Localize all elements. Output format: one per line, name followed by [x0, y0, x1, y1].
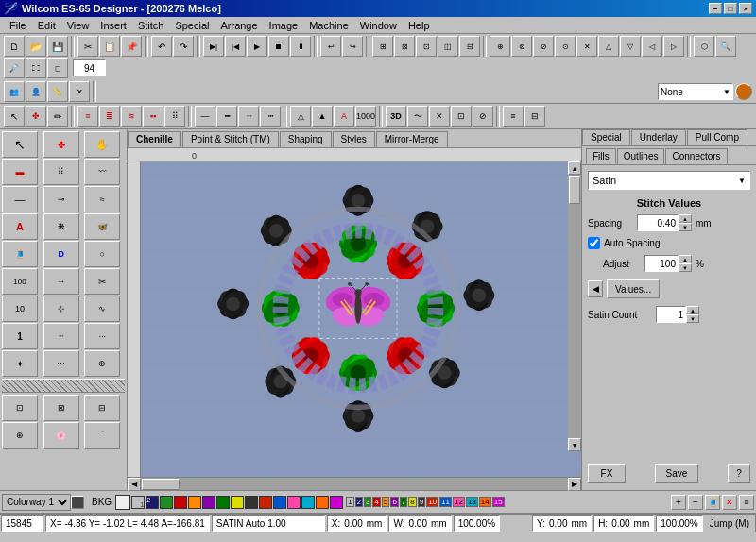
tb2-btn-d[interactable]: ✕ [69, 81, 90, 102]
menu-view[interactable]: View [61, 18, 95, 33]
tb3-satin-b[interactable]: ≣ [99, 106, 120, 127]
color-10[interactable] [259, 496, 272, 509]
right-subtab-fills[interactable]: Fills [586, 148, 616, 164]
color-stitch-btn[interactable]: 🧵 [705, 495, 720, 510]
tb3-run-a[interactable]: — [195, 106, 215, 127]
tb-btn-l[interactable]: ⊗ [511, 36, 532, 57]
tab-chenille[interactable]: Chenille [128, 131, 181, 147]
tool-column[interactable]: 〰 [84, 159, 120, 185]
tb-btn-h[interactable]: ⊡ [416, 36, 437, 57]
tb3-run-c[interactable]: ┄ [238, 106, 259, 127]
color-13[interactable] [301, 496, 315, 509]
menu-stitch[interactable]: Stitch [132, 18, 170, 33]
spacing-up-btn[interactable]: ▲ [679, 214, 692, 223]
tool-letter[interactable]: A [2, 213, 38, 240]
menu-insert[interactable]: Insert [94, 18, 132, 33]
color-3[interactable] [160, 496, 173, 509]
tb-btn-g[interactable]: ↪ [342, 36, 363, 57]
tb-btn-m[interactable]: ⊘ [533, 36, 554, 57]
tb-btn-o[interactable]: ✕ [576, 36, 597, 57]
color-swatch-btn[interactable] [735, 83, 752, 100]
tb3-wave[interactable]: 〜 [407, 106, 428, 127]
tb-copy[interactable]: 📋 [99, 36, 120, 57]
satin-count-down-btn[interactable]: ▼ [686, 314, 699, 323]
adjust-up-btn[interactable]: ▲ [679, 255, 692, 263]
tb-btn-k[interactable]: ⊕ [490, 36, 510, 57]
color-list-btn[interactable]: ≡ [739, 495, 754, 510]
tb-save[interactable]: 💾 [47, 36, 68, 57]
tool-dash[interactable]: ┄ [43, 323, 79, 349]
menu-machine[interactable]: Machine [303, 18, 354, 33]
spacing-input[interactable] [637, 214, 679, 231]
tool-d-fill[interactable]: D [43, 241, 79, 267]
tb3-satin-c[interactable]: ≋ [121, 106, 142, 127]
tool-s2[interactable]: ⊠ [43, 395, 79, 421]
menu-window[interactable]: Window [354, 18, 403, 33]
tb-btn-w[interactable]: ◻ [47, 58, 68, 78]
close-button[interactable]: × [739, 3, 752, 14]
menu-file[interactable]: File [4, 18, 32, 33]
tool-s1[interactable]: ⊡ [2, 395, 38, 421]
adjust-input[interactable] [644, 255, 679, 272]
save-button[interactable]: Save [655, 464, 698, 483]
tool-s4[interactable]: ⊕ [2, 422, 38, 449]
tb-btn-s[interactable]: ▷ [663, 36, 684, 57]
tb-open[interactable]: 📂 [26, 36, 46, 57]
tool-select[interactable]: ↖ [2, 131, 38, 158]
tb3-cross[interactable]: ✕ [429, 106, 450, 127]
spacing-down-btn[interactable]: ▼ [679, 223, 692, 231]
tb-btn-u[interactable]: 🔍 [715, 36, 736, 57]
embroidery-canvas[interactable]: ▲ ▼ [141, 161, 581, 477]
tool-1[interactable]: 1 [2, 323, 38, 349]
tab-shaping[interactable]: Shaping [280, 131, 332, 147]
tb3-fill-b[interactable]: ⠿ [164, 106, 185, 127]
tool-s6[interactable]: ⌒ [84, 422, 120, 449]
tool-stem[interactable]: ≈ [84, 186, 120, 212]
tb-cut[interactable]: ✂ [77, 36, 98, 57]
tool-star[interactable]: ✦ [2, 350, 38, 377]
menu-arrange[interactable]: Arrange [215, 18, 263, 33]
tool-hoop[interactable]: ○ [84, 241, 120, 267]
tb-paste[interactable]: 📌 [121, 36, 142, 57]
right-subtab-outlines[interactable]: Outlines [617, 148, 665, 164]
stitch-type-dropdown[interactable]: Satin ▼ [588, 171, 750, 190]
tb3-number[interactable]: 1000 [355, 106, 376, 127]
tb-btn-c[interactable]: ▶ [247, 36, 267, 57]
tool-backstitch[interactable]: ⊸ [43, 186, 79, 212]
tool-stitch-line[interactable]: ⊹ [43, 296, 79, 322]
values-button[interactable]: Values... [607, 279, 660, 298]
tool-connect[interactable]: ↔ [43, 268, 79, 295]
color-6[interactable] [202, 496, 215, 509]
tb3-satin-a[interactable]: ≡ [77, 106, 98, 127]
tb3-3d[interactable]: 3D [386, 106, 406, 127]
tool-s5[interactable]: 🌸 [43, 422, 79, 449]
tb-btn-d[interactable]: ⏹ [268, 36, 289, 57]
color-15[interactable] [330, 496, 343, 509]
scroll-down-btn[interactable]: ▼ [568, 438, 581, 451]
color-8[interactable] [231, 496, 244, 509]
tb3-node[interactable]: ✤ [26, 106, 46, 127]
tb3-shape-b[interactable]: ▲ [312, 106, 333, 127]
color-1[interactable]: 1 [131, 496, 145, 509]
tb3-select[interactable]: ↖ [4, 106, 25, 127]
right-tab-underlay[interactable]: Underlay [631, 129, 686, 145]
satin-count-up-btn[interactable]: ▲ [686, 306, 699, 314]
tb-btn-n[interactable]: ⊙ [555, 36, 576, 57]
colorway-dropdown[interactable]: Colorway 1 [2, 494, 71, 511]
tb3-run-d[interactable]: ┅ [260, 106, 281, 127]
tool-needle[interactable]: 🧵 [2, 241, 38, 267]
scroll-left-btn[interactable]: ◀ [128, 478, 141, 491]
less-button[interactable]: ◀ [588, 280, 603, 297]
tb2-btn-b[interactable]: 👤 [26, 81, 46, 102]
tool-symbol[interactable]: 🦋 [84, 213, 120, 240]
tab-mirror-merge[interactable]: Mirror-Merge [376, 131, 448, 147]
tb3-fill-a[interactable]: ▪▪ [143, 106, 163, 127]
color-5[interactable] [188, 496, 201, 509]
tool-scissors[interactable]: ✂ [84, 268, 120, 295]
minimize-button[interactable]: − [709, 3, 722, 14]
tb2-btn-c[interactable]: 📏 [47, 81, 68, 102]
tool-motif[interactable]: ❋ [43, 213, 79, 240]
tab-point-stitch[interactable]: Point & Stitch (TM) [182, 131, 279, 147]
color-11[interactable] [273, 496, 286, 509]
maximize-button[interactable]: □ [724, 3, 737, 14]
